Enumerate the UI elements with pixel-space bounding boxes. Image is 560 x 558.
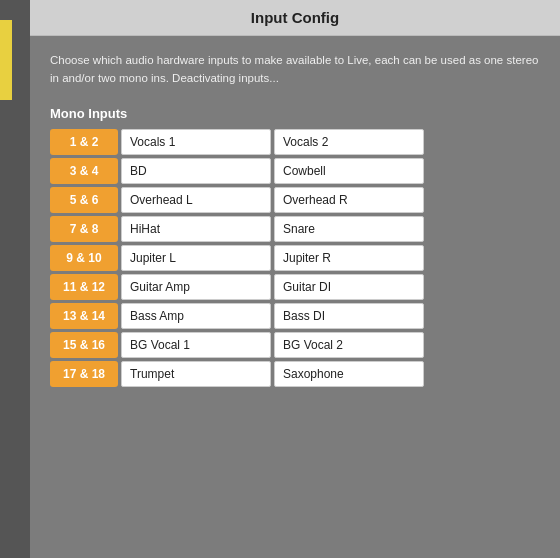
channel-btn-8[interactable]: 17 & 18	[50, 361, 118, 387]
input-row: 7 & 8HiHatSnare	[50, 216, 540, 242]
channel-btn-2[interactable]: 5 & 6	[50, 187, 118, 213]
right-name-field-5[interactable]: Guitar DI	[274, 274, 424, 300]
input-row: 3 & 4BDCowbell	[50, 158, 540, 184]
section-label: Mono Inputs	[50, 106, 540, 121]
channel-btn-6[interactable]: 13 & 14	[50, 303, 118, 329]
right-name-field-1[interactable]: Cowbell	[274, 158, 424, 184]
input-row: 9 & 10Jupiter LJupiter R	[50, 245, 540, 271]
right-name-field-2[interactable]: Overhead R	[274, 187, 424, 213]
title-bar: Input Config	[30, 0, 560, 36]
left-sidebar	[0, 0, 30, 558]
left-name-field-0[interactable]: Vocals 1	[121, 129, 271, 155]
input-row: 17 & 18TrumpetSaxophone	[50, 361, 540, 387]
right-name-field-3[interactable]: Snare	[274, 216, 424, 242]
input-row: 15 & 16BG Vocal 1BG Vocal 2	[50, 332, 540, 358]
input-rows-container: 1 & 2Vocals 1Vocals 23 & 4BDCowbell5 & 6…	[50, 129, 540, 387]
description-text: Choose which audio hardware inputs to ma…	[50, 52, 540, 88]
sidebar-accent-strip	[0, 20, 12, 100]
channel-btn-4[interactable]: 9 & 10	[50, 245, 118, 271]
right-name-field-8[interactable]: Saxophone	[274, 361, 424, 387]
left-name-field-7[interactable]: BG Vocal 1	[121, 332, 271, 358]
right-name-field-7[interactable]: BG Vocal 2	[274, 332, 424, 358]
channel-btn-7[interactable]: 15 & 16	[50, 332, 118, 358]
content-area: Input Config Choose which audio hardware…	[30, 0, 560, 558]
left-name-field-8[interactable]: Trumpet	[121, 361, 271, 387]
left-name-field-6[interactable]: Bass Amp	[121, 303, 271, 329]
input-row: 1 & 2Vocals 1Vocals 2	[50, 129, 540, 155]
left-name-field-5[interactable]: Guitar Amp	[121, 274, 271, 300]
right-name-field-4[interactable]: Jupiter R	[274, 245, 424, 271]
left-name-field-4[interactable]: Jupiter L	[121, 245, 271, 271]
channel-btn-1[interactable]: 3 & 4	[50, 158, 118, 184]
channel-btn-0[interactable]: 1 & 2	[50, 129, 118, 155]
right-name-field-6[interactable]: Bass DI	[274, 303, 424, 329]
input-row: 11 & 12Guitar AmpGuitar DI	[50, 274, 540, 300]
panel-body: Choose which audio hardware inputs to ma…	[30, 36, 560, 558]
left-name-field-2[interactable]: Overhead L	[121, 187, 271, 213]
input-row: 13 & 14Bass AmpBass DI	[50, 303, 540, 329]
window-title: Input Config	[251, 9, 339, 26]
left-name-field-3[interactable]: HiHat	[121, 216, 271, 242]
input-row: 5 & 6Overhead LOverhead R	[50, 187, 540, 213]
left-name-field-1[interactable]: BD	[121, 158, 271, 184]
app-window: Input Config Choose which audio hardware…	[0, 0, 560, 558]
channel-btn-5[interactable]: 11 & 12	[50, 274, 118, 300]
channel-btn-3[interactable]: 7 & 8	[50, 216, 118, 242]
right-name-field-0[interactable]: Vocals 2	[274, 129, 424, 155]
